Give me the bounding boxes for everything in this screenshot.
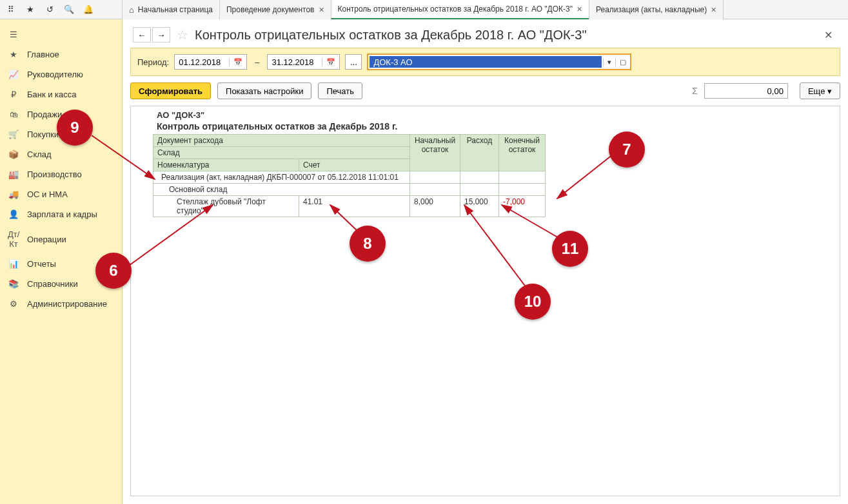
star-icon: ★ (8, 50, 19, 59)
settings-button[interactable]: Показать настройки (217, 82, 311, 99)
close-icon[interactable]: ✕ (319, 6, 324, 14)
sidebar-item-main[interactable]: ★Главное (0, 44, 122, 64)
dropdown-icon[interactable]: ▾ (603, 58, 615, 66)
tab-report[interactable]: Контроль отрицательных остатков за Декаб… (331, 0, 590, 19)
sidebar-item-bank[interactable]: ₽Банк и касса (0, 84, 122, 104)
date-from-input[interactable] (175, 57, 229, 67)
annotation-marker-8: 8 (350, 226, 386, 262)
sidebar-item-label: Покупки (27, 130, 59, 139)
apps-icon[interactable]: ⠿ (5, 4, 17, 15)
factory-icon: 🏭 (8, 170, 19, 179)
sidebar-item-operations[interactable]: Дт/КтОперации (0, 224, 122, 254)
sidebar-item-label: Главное (27, 50, 59, 59)
row-warehouse[interactable]: Основной склад (153, 184, 410, 196)
row-expense: 15,000 (460, 196, 499, 217)
header-account: Счет (299, 159, 410, 171)
sidebar-item-label: Банк и касса (27, 90, 77, 99)
filter-panel: Период: 📅 – 📅 ... ▾ ▢ (130, 48, 840, 76)
header-end: Конечный остаток (499, 135, 546, 171)
report-table: Документ расхода Начальный остаток Расхо… (153, 134, 546, 217)
calendar-icon[interactable]: 📅 (229, 58, 246, 66)
ruble-icon: ₽ (8, 90, 19, 99)
run-button[interactable]: Сформировать (130, 82, 211, 99)
tab-bar: ⌂ Начальная страница Проведение документ… (123, 0, 724, 19)
org-select[interactable]: ▾ ▢ (367, 53, 631, 70)
tab-sales[interactable]: Реализация (акты, накладные) ✕ (589, 0, 724, 19)
tab-home[interactable]: ⌂ Начальная страница (122, 0, 220, 19)
annotation-marker-9: 9 (57, 110, 93, 146)
sidebar-item-label: Руководителю (27, 70, 83, 79)
header-expense: Расход (460, 135, 499, 171)
date-from[interactable]: 📅 (174, 54, 247, 70)
forward-button[interactable]: → (152, 27, 170, 43)
tab-docs[interactable]: Проведение документов ✕ (219, 0, 331, 19)
bag-icon: 🛍 (8, 110, 19, 119)
header-doc: Документ расхода (153, 135, 410, 147)
bell-icon[interactable]: 🔔 (83, 4, 94, 15)
sidebar-item-label: Администрирование (27, 299, 107, 309)
cart-icon: 🛒 (8, 130, 19, 139)
report-area[interactable]: АО "ДОК-3" Контроль отрицательных остатк… (130, 106, 840, 496)
person-icon: 👤 (8, 209, 19, 219)
annotation-marker-6: 6 (95, 253, 132, 289)
period-label: Период: (137, 57, 169, 67)
header-warehouse: Склад (153, 147, 410, 159)
tab-label: Начальная страница (138, 5, 213, 14)
close-icon[interactable]: ✕ (711, 6, 716, 14)
row-begin: 8,000 (410, 196, 460, 217)
header-begin: Начальный остаток (410, 135, 460, 171)
sidebar-item-hr[interactable]: 👤Зарплата и кадры (0, 204, 122, 224)
sidebar-item-label: ОС и НМА (27, 189, 68, 199)
sidebar-item-label: Склад (27, 150, 52, 159)
gear-icon: ⚙ (8, 299, 19, 309)
favorite-icon[interactable]: ☆ (177, 27, 188, 43)
sidebar-item-label: Операции (27, 235, 66, 244)
report-title: Контроль отрицательных остатков за Декаб… (153, 120, 840, 134)
truck-icon: 🚚 (8, 189, 19, 199)
title-row: ← → ☆ Контроль отрицательных остатков за… (123, 19, 848, 48)
back-button[interactable]: ← (133, 27, 151, 43)
header-item: Номенклатура (153, 159, 299, 171)
history-icon[interactable]: ↺ (44, 4, 55, 15)
chart-icon: 📈 (8, 70, 19, 79)
sidebar-item-label: Продажи (27, 110, 62, 119)
period-picker-button[interactable]: ... (345, 54, 362, 70)
sum-field[interactable] (704, 83, 788, 99)
open-dialog-icon[interactable]: ▢ (615, 58, 630, 66)
bars-icon: 📊 (8, 259, 19, 269)
search-icon[interactable]: 🔍 (63, 4, 75, 15)
sidebar-item-label: Отчеты (27, 259, 56, 269)
sidebar-item-assets[interactable]: 🚚ОС и НМА (0, 184, 122, 204)
menu-toggle[interactable]: ☰ (0, 24, 122, 44)
annotation-marker-11: 11 (552, 231, 588, 267)
tab-label: Контроль отрицательных остатков за Декаб… (338, 5, 573, 14)
date-to[interactable]: 📅 (267, 54, 340, 70)
menu-icon: ☰ (8, 30, 19, 39)
dtkt-icon: Дт/Кт (8, 229, 19, 249)
close-icon[interactable]: ✕ (577, 5, 582, 14)
sidebar-item-admin[interactable]: ⚙Администрирование (0, 294, 122, 314)
sidebar-item-manager[interactable]: 📈Руководителю (0, 64, 122, 84)
home-icon: ⌂ (129, 5, 134, 15)
row-item[interactable]: Стеллаж дубовый "Лофт студио" (153, 196, 299, 217)
annotation-marker-7: 7 (609, 131, 645, 168)
sidebar-item-production[interactable]: 🏭Производство (0, 164, 122, 184)
sidebar-item-label: Производство (27, 170, 82, 179)
org-input[interactable] (370, 56, 602, 68)
row-end: -7,000 (499, 196, 546, 217)
sidebar-item-label: Зарплата и кадры (27, 209, 97, 219)
calendar-icon[interactable]: 📅 (322, 58, 339, 66)
page-title: Контроль отрицательных остатков за Декаб… (195, 28, 587, 43)
row-doc[interactable]: Реализация (акт, накладная) ДКБП-000007 … (153, 171, 410, 184)
sidebar-item-warehouse[interactable]: 📦Склад (0, 144, 122, 164)
sigma-icon: Σ (692, 86, 698, 96)
date-to-input[interactable] (268, 57, 322, 67)
close-page-button[interactable]: ✕ (824, 29, 838, 41)
print-button[interactable]: Печать (318, 82, 362, 99)
boxes-icon: 📦 (8, 150, 19, 159)
more-button[interactable]: Еще ▾ (800, 82, 840, 99)
row-account: 41.01 (299, 196, 410, 217)
content: ← → ☆ Контроль отрицательных остатков за… (123, 19, 848, 504)
star-icon[interactable]: ★ (25, 4, 36, 15)
report-org: АО "ДОК-3" (153, 110, 840, 120)
